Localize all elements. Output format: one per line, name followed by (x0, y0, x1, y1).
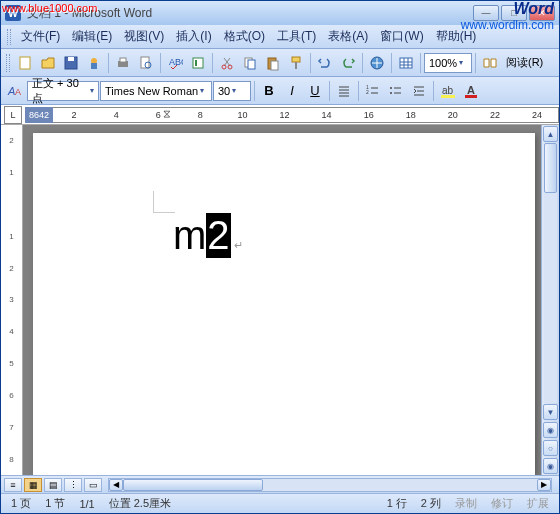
watermark-topleft: www.blue1000.com (2, 2, 97, 14)
status-col: 2 列 (421, 496, 441, 511)
table-insert-icon[interactable] (395, 52, 417, 74)
browse-object-icon[interactable]: ○ (543, 440, 558, 456)
status-ext[interactable]: 扩展 (527, 496, 549, 511)
scroll-up-icon[interactable]: ▲ (543, 126, 558, 142)
cut-icon[interactable] (216, 52, 238, 74)
styles-pane-icon[interactable]: AA (4, 80, 26, 102)
numbered-list-icon[interactable]: 12 (362, 80, 384, 102)
undo-icon[interactable] (314, 52, 336, 74)
scroll-right-icon[interactable]: ▶ (537, 479, 551, 491)
menu-view[interactable]: 视图(V) (118, 26, 170, 47)
web-view-icon[interactable]: ▤ (44, 478, 62, 492)
scroll-left-icon[interactable]: ◀ (109, 479, 123, 491)
svg-point-27 (390, 92, 392, 94)
status-rec[interactable]: 录制 (455, 496, 477, 511)
bullet-list-icon[interactable] (385, 80, 407, 102)
hscroll-thumb[interactable] (123, 479, 263, 491)
format-painter-icon[interactable] (285, 52, 307, 74)
size-dropdown[interactable]: 30▾ (213, 81, 251, 101)
print-icon[interactable] (112, 52, 134, 74)
svg-rect-21 (400, 58, 412, 68)
zoom-dropdown[interactable]: 100%▾ (424, 53, 472, 73)
indent-icon[interactable] (408, 80, 430, 102)
preview-icon[interactable] (135, 52, 157, 74)
open-icon[interactable] (37, 52, 59, 74)
vscroll-thumb[interactable] (544, 143, 557, 193)
horizontal-ruler[interactable]: L 86 42 ⧖ 24 68 1012 1416 1820 2224 (1, 105, 559, 125)
paragraph-mark-icon: ↵ (234, 239, 243, 252)
svg-text:2: 2 (366, 89, 369, 95)
align-justify-icon[interactable] (333, 80, 355, 102)
hyperlink-icon[interactable] (366, 52, 388, 74)
underline-button[interactable]: U (304, 80, 326, 102)
ruler-negative: 86 42 (25, 107, 53, 123)
highlight-icon[interactable]: ab (437, 80, 459, 102)
svg-rect-31 (465, 95, 477, 98)
svg-rect-0 (20, 57, 30, 69)
next-page-icon[interactable]: ◉ (543, 458, 558, 474)
text-m[interactable]: m (173, 213, 206, 258)
menu-edit[interactable]: 编辑(E) (66, 26, 118, 47)
save-icon[interactable] (60, 52, 82, 74)
margin-corner (153, 191, 175, 213)
status-line: 1 行 (387, 496, 407, 511)
normal-view-icon[interactable]: ≡ (4, 478, 22, 492)
svg-rect-17 (271, 61, 278, 70)
menu-tools[interactable]: 工具(T) (271, 26, 322, 47)
menu-insert[interactable]: 插入(I) (170, 26, 217, 47)
copy-icon[interactable] (239, 52, 261, 74)
svg-rect-10 (193, 58, 203, 68)
reading-view-icon[interactable]: ▭ (84, 478, 102, 492)
scroll-down-icon[interactable]: ▼ (543, 404, 558, 420)
status-position: 位置 2.5厘米 (109, 496, 171, 511)
page-container: m2↵ (23, 125, 541, 475)
read-label[interactable]: 阅读(R) (502, 55, 547, 70)
standard-toolbar: ABC 100%▾ 阅读(R) (1, 49, 559, 77)
status-section: 1 节 (45, 496, 65, 511)
italic-button[interactable]: I (281, 80, 303, 102)
menu-format[interactable]: 格式(O) (218, 26, 271, 47)
toolbar-grip[interactable] (6, 54, 10, 72)
paste-icon[interactable] (262, 52, 284, 74)
horizontal-scrollbar[interactable]: ◀ ▶ (108, 478, 552, 492)
status-page: 1 页 (11, 496, 31, 511)
menu-file[interactable]: 文件(F) (15, 26, 66, 47)
font-color-icon[interactable]: A (460, 80, 482, 102)
research-icon[interactable] (187, 52, 209, 74)
svg-rect-18 (292, 57, 300, 62)
svg-rect-2 (68, 57, 74, 61)
status-bar: 1 页 1 节 1/1 位置 2.5厘米 1 行 2 列 录制 修订 扩展 (1, 493, 559, 513)
style-dropdown[interactable]: 正文 + 30 点▾ (27, 81, 99, 101)
menu-grip[interactable] (7, 29, 11, 45)
svg-rect-29 (441, 95, 455, 98)
view-bar: ≡ ▦ ▤ ⋮ ▭ ◀ ▶ (1, 475, 559, 493)
vertical-scrollbar[interactable]: ▲ ▼ ◉ ○ ◉ (541, 125, 559, 475)
print-layout-view-icon[interactable]: ▦ (24, 478, 42, 492)
outline-view-icon[interactable]: ⋮ (64, 478, 82, 492)
permission-icon[interactable] (83, 52, 105, 74)
menu-table[interactable]: 表格(A) (322, 26, 374, 47)
font-dropdown[interactable]: Times New Roman▾ (100, 81, 212, 101)
tab-selector[interactable]: L (4, 106, 22, 124)
read-mode-icon[interactable] (479, 52, 501, 74)
prev-page-icon[interactable]: ◉ (543, 422, 558, 438)
new-icon[interactable] (14, 52, 36, 74)
page[interactable]: m2↵ (33, 133, 535, 475)
selected-text[interactable]: 2 (206, 213, 230, 258)
watermark-topright: Word (513, 0, 554, 18)
bold-button[interactable]: B (258, 80, 280, 102)
svg-text:A: A (467, 84, 475, 96)
svg-text:ab: ab (442, 85, 454, 96)
status-pages: 1/1 (79, 498, 94, 510)
vertical-ruler[interactable]: 21 1 23 45 67 8 (1, 125, 23, 475)
document-area: 21 1 23 45 67 8 m2↵ ▲ ▼ ◉ ○ ◉ (1, 125, 559, 475)
svg-rect-11 (195, 60, 197, 66)
document-text[interactable]: m2↵ (173, 213, 535, 258)
app-window: W 文档 1 - Microsoft Word — □ ✕ 文件(F) 编辑(E… (0, 0, 560, 514)
spell-icon[interactable]: ABC (164, 52, 186, 74)
svg-rect-6 (120, 58, 126, 62)
svg-point-26 (390, 87, 392, 89)
redo-icon[interactable] (337, 52, 359, 74)
status-rev[interactable]: 修订 (491, 496, 513, 511)
menu-window[interactable]: 窗口(W) (374, 26, 429, 47)
